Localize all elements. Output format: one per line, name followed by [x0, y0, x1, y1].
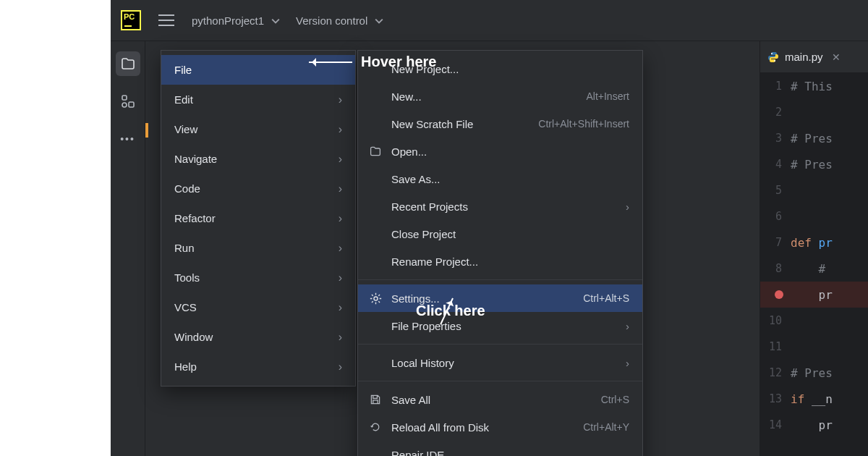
annotation-click-label: Click here — [416, 303, 485, 318]
submenu-item-label: New Scratch File — [391, 118, 529, 130]
code-text: # This — [791, 80, 833, 93]
chevron-right-icon: › — [339, 360, 342, 373]
chevron-down-icon — [271, 17, 278, 24]
project-selector[interactable]: pythonProject1 — [192, 14, 278, 27]
submenu-item[interactable]: New...Alt+Insert — [358, 83, 642, 110]
editor-line[interactable]: 5 — [760, 177, 868, 203]
submenu-item-label: New... — [391, 90, 577, 103]
menu-separator — [358, 381, 642, 381]
editor-line[interactable]: 3# Pres — [760, 125, 868, 151]
gutter[interactable] — [760, 290, 791, 299]
code-text: pr — [791, 288, 833, 302]
line-number[interactable]: 12 — [760, 366, 791, 379]
editor-line[interactable]: 10 — [760, 308, 868, 334]
line-number[interactable]: 11 — [760, 340, 791, 353]
submenu-item-label: Save All — [391, 394, 592, 406]
editor-line[interactable]: 4# Pres — [760, 151, 868, 177]
main-menu-item-view[interactable]: View› — [161, 114, 355, 144]
submenu-item[interactable]: Local History› — [358, 349, 642, 376]
submenu-item[interactable]: Repair IDE — [358, 441, 642, 456]
ellipsis-icon: ••• — [120, 133, 135, 145]
menu-separator — [358, 279, 642, 280]
submenu-item-shortcut: Ctrl+Alt+Shift+Insert — [538, 118, 629, 130]
chevron-right-icon: › — [339, 93, 342, 106]
svg-point-5 — [774, 60, 775, 62]
main-menu-item-code[interactable]: Code› — [161, 174, 355, 203]
submenu-item[interactable]: Save AllCtrl+S — [358, 386, 642, 413]
submenu-item[interactable]: Rename Project... — [358, 248, 642, 275]
editor-line[interactable]: 1# This — [760, 73, 868, 99]
submenu-item-label: Repair IDE — [391, 449, 629, 457]
chevron-right-icon: › — [339, 212, 342, 225]
breakpoint-icon[interactable] — [775, 290, 783, 299]
file-submenu: New Project...New...Alt+InsertNew Scratc… — [357, 50, 643, 456]
editor-line[interactable]: 13if __n — [760, 386, 868, 412]
submenu-item-shortcut: Ctrl+Alt+S — [583, 292, 629, 304]
annotation-click: Click here — [416, 303, 485, 319]
submenu-item[interactable]: Close Project — [358, 220, 642, 248]
line-number[interactable]: 13 — [760, 392, 791, 405]
editor-line[interactable]: 11 — [760, 334, 868, 360]
main-menu-item-label: Refactor — [174, 212, 216, 224]
main-menu-item-help[interactable]: Help› — [161, 352, 355, 381]
project-name: pythonProject1 — [192, 14, 264, 27]
svg-point-1 — [122, 103, 127, 107]
submenu-item[interactable]: Open... — [358, 138, 642, 165]
editor-line[interactable]: 12# Pres — [760, 360, 868, 386]
line-number[interactable]: 10 — [760, 314, 791, 327]
chevron-right-icon: › — [339, 331, 342, 344]
submenu-item-shortcut: Ctrl+Alt+Y — [583, 421, 629, 433]
line-number[interactable]: 6 — [760, 210, 791, 223]
more-toolwindows-button[interactable]: ••• — [116, 127, 140, 151]
editor-line[interactable]: 2 — [760, 99, 868, 125]
submenu-item[interactable]: Reload All from DiskCtrl+Alt+Y — [358, 413, 642, 441]
main-menu-item-navigate[interactable]: Navigate› — [161, 144, 355, 174]
chevron-right-icon: › — [626, 357, 629, 369]
submenu-item[interactable]: Save As... — [358, 165, 642, 193]
hamburger-icon[interactable] — [158, 14, 174, 26]
submenu-item[interactable]: File Properties› — [358, 312, 642, 339]
submenu-item[interactable]: Recent Projects› — [358, 193, 642, 220]
line-number[interactable]: 2 — [760, 106, 791, 119]
editor-tab[interactable]: main.py ✕ — [760, 41, 868, 73]
submenu-item-label: Local History — [391, 357, 617, 369]
line-number[interactable]: 7 — [760, 236, 791, 249]
submenu-item[interactable]: Settings...Ctrl+Alt+S — [358, 284, 642, 312]
structure-toolwindow-button[interactable] — [116, 89, 140, 114]
line-number[interactable]: 14 — [760, 418, 791, 431]
main-menu-item-label: VCS — [174, 301, 197, 313]
main-menu-item-edit[interactable]: Edit› — [161, 85, 355, 114]
submenu-item-label: Rename Project... — [391, 256, 629, 268]
main-menu-item-refactor[interactable]: Refactor› — [161, 203, 355, 233]
editor-line[interactable]: pr — [760, 282, 868, 308]
editor-line[interactable]: 14 pr — [760, 412, 868, 438]
vcs-selector[interactable]: Version control — [296, 14, 382, 27]
editor-line[interactable]: 6 — [760, 203, 868, 229]
svg-point-3 — [373, 296, 377, 300]
chevron-right-icon: › — [339, 301, 342, 314]
main-menu-item-label: Tools — [174, 271, 200, 284]
editor-line[interactable]: 8 # — [760, 256, 868, 282]
svg-rect-0 — [122, 96, 127, 100]
code-text: def pr — [791, 236, 833, 250]
line-number[interactable]: 1 — [760, 80, 791, 93]
main-menu-item-run[interactable]: Run› — [161, 233, 355, 263]
line-number[interactable]: 5 — [760, 184, 791, 197]
editor-line[interactable]: 7def pr — [760, 229, 868, 256]
line-number[interactable]: 3 — [760, 132, 791, 145]
main-menu-item-window[interactable]: Window› — [161, 322, 355, 352]
submenu-item[interactable]: New Scratch FileCtrl+Alt+Shift+Insert — [358, 110, 642, 138]
submenu-item-label: Open... — [391, 145, 629, 158]
close-icon[interactable]: ✕ — [832, 51, 841, 63]
submenu-item-shortcut: Ctrl+S — [601, 394, 629, 405]
main-menu-item-tools[interactable]: Tools› — [161, 263, 355, 292]
project-toolwindow-button[interactable] — [116, 51, 140, 76]
left-toolstrip: ••• — [111, 41, 145, 456]
line-number[interactable]: 4 — [760, 158, 791, 171]
editor-lines[interactable]: 1# This23# Pres4# Pres567def pr8 # pr101… — [760, 73, 868, 438]
line-number[interactable]: 8 — [760, 262, 791, 275]
code-text: # — [791, 262, 833, 276]
svg-point-4 — [771, 53, 773, 54]
chevron-right-icon: › — [339, 153, 342, 166]
main-menu-item-vcs[interactable]: VCS› — [161, 292, 355, 322]
